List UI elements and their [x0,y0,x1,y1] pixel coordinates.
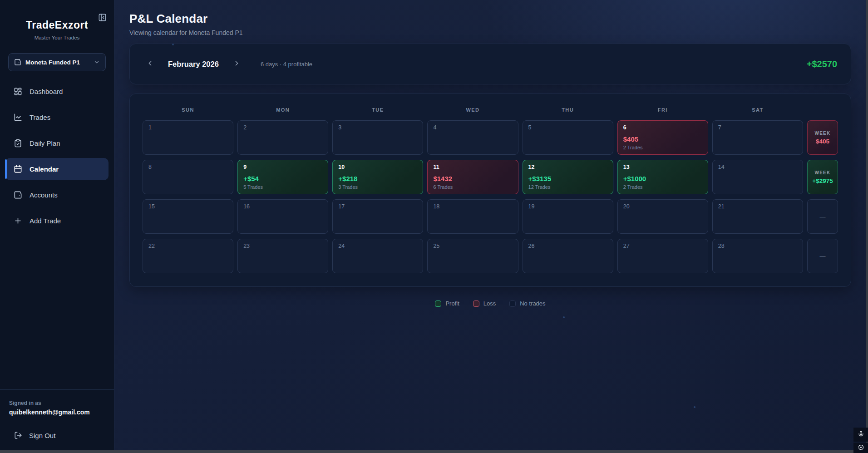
day-cell-26[interactable]: 26 [523,239,613,273]
day-cell-18[interactable]: 18 [427,199,518,234]
chevron-left-icon [146,59,154,69]
account-selector[interactable]: Moneta Funded P1 [8,53,106,71]
daily-plan-clipboard-icon [14,139,22,148]
day-cell-5[interactable]: 5 [523,120,613,155]
day-number: 24 [338,243,417,249]
day-number: 21 [718,203,797,210]
day-cell-3[interactable]: 3 [332,120,423,155]
chevron-right-icon [233,59,241,69]
day-pnl: $1432 [433,175,512,182]
week-summary-label: WEEK [815,170,831,175]
day-cell-2[interactable]: 2 [237,120,328,155]
day-cell-20[interactable]: 20 [617,199,708,234]
day-cell-13[interactable]: 13+$10002 Trades [617,160,708,194]
sidebar-item-daily-plan[interactable]: Daily Plan [5,132,108,154]
calendar-icon [14,165,22,173]
accounts-wallet-icon [14,191,22,199]
sidebar-item-dashboard[interactable]: Dashboard [5,80,108,103]
decorative-dot [694,406,695,408]
day-number: 26 [528,243,607,249]
day-trades-count: 2 Trades [623,184,702,190]
account-selector-value: Moneta Funded P1 [25,59,89,66]
microphone-icon [858,431,864,439]
legend-label: Loss [483,300,496,307]
day-cell-24[interactable]: 24 [332,239,423,273]
day-header-sun: SUN [143,105,233,115]
day-cell-27[interactable]: 27 [617,239,708,273]
day-cell-15[interactable]: 15 [143,199,233,234]
decorative-dot [172,44,174,45]
day-number: 22 [148,243,227,249]
page-subtitle: Viewing calendar for Moneta Funded P1 [129,29,851,36]
day-cell-10[interactable]: 10+$2183 Trades [332,160,423,194]
sidebar-item-label: Calendar [30,165,59,173]
day-header-fri: FRI [617,105,708,115]
day-trades-count: 2 Trades [623,145,702,150]
day-cell-16[interactable]: 16 [237,199,328,234]
day-cell-28[interactable]: 28 [712,239,803,273]
day-cell-12[interactable]: 12+$313512 Trades [523,160,613,194]
day-cell-14[interactable]: 14 [712,160,803,194]
day-cell-8[interactable]: 8 [143,160,233,194]
day-number: 1 [148,124,227,131]
sign-out-button[interactable]: Sign Out [9,431,105,439]
day-trades-count: 3 Trades [338,184,417,190]
day-number: 17 [338,203,417,210]
sidebar-item-trades[interactable]: Trades [5,106,108,128]
add-trade-plus-icon [14,217,22,225]
microphone-button[interactable] [853,428,868,442]
week-summary-cell: WEEK+$2975 [807,160,838,194]
sidebar-item-calendar[interactable]: Calendar [5,158,108,180]
day-number: 27 [623,243,702,249]
next-month-button[interactable] [231,58,243,70]
sign-out-label: Sign Out [29,432,55,439]
day-number: 14 [718,164,797,170]
record-icon [858,444,864,452]
legend-item-loss: Loss [473,300,496,307]
day-number: 10 [338,164,417,170]
legend-item-none: No trades [509,300,545,307]
day-number: 3 [338,124,417,131]
sidebar-nav: DashboardTradesDaily PlanCalendarAccount… [0,80,114,232]
legend-item-profit: Profit [435,300,459,307]
month-total-pnl: +$2570 [807,59,837,69]
day-pnl: +$218 [338,175,417,182]
day-cell-17[interactable]: 17 [332,199,423,234]
sidebar-item-label: Trades [30,113,50,121]
day-trades-count: 12 Trades [528,184,607,190]
week-summary-label: WEEK [815,131,831,136]
day-number: 23 [243,243,322,249]
collapse-sidebar-button[interactable] [97,13,108,24]
day-cell-4[interactable]: 4 [427,120,518,155]
sidebar-item-label: Add Trade [30,217,61,225]
legend-label: No trades [520,300,545,307]
day-cell-1[interactable]: 1 [143,120,233,155]
panel-collapse-icon [98,13,107,23]
day-cell-22[interactable]: 22 [143,239,233,273]
day-number: 11 [433,164,512,170]
day-cell-25[interactable]: 25 [427,239,518,273]
wallet-icon [14,59,21,66]
day-cell-11[interactable]: 11$14326 Trades [427,160,518,194]
day-cell-6[interactable]: 6$4052 Trades [617,120,708,155]
day-number: 19 [528,203,607,210]
day-cell-21[interactable]: 21 [712,199,803,234]
day-cell-7[interactable]: 7 [712,120,803,155]
day-trades-count: 6 Trades [433,184,512,190]
day-header-thu: THU [523,105,613,115]
sidebar-item-accounts[interactable]: Accounts [5,184,108,206]
day-cell-9[interactable]: 9+$545 Trades [237,160,328,194]
sidebar-item-add-trade[interactable]: Add Trade [5,210,108,232]
record-button[interactable] [853,443,868,453]
day-trades-count: 5 Trades [243,184,322,190]
day-cell-19[interactable]: 19 [523,199,613,234]
legend-swatch-none [509,300,516,307]
week-summary-cell: — [807,239,838,273]
day-number: 6 [623,124,702,131]
week-summary-cell: — [807,199,838,234]
prev-month-button[interactable] [143,58,156,70]
day-number: 25 [433,243,512,249]
day-cell-23[interactable]: 23 [237,239,328,273]
calendar-week-row: 22232425262728— [143,239,838,273]
day-header-tue: TUE [332,105,423,115]
